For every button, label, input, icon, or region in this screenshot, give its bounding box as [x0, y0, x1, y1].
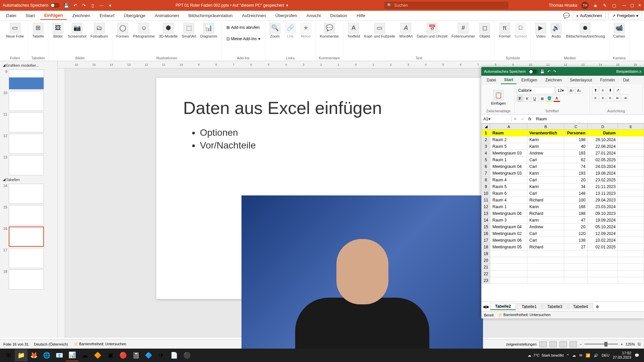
cell[interactable]: 13.11.2023 [588, 190, 618, 197]
wifi-icon[interactable]: 📶 [586, 353, 590, 358]
underline-icon[interactable]: U [531, 95, 538, 102]
tray-icon-1[interactable]: ☁ [572, 353, 576, 358]
excel-save-icon[interactable]: 💾 [540, 69, 545, 74]
cell[interactable] [618, 230, 644, 237]
maximize-icon[interactable]: ▢ [630, 3, 634, 8]
formula-input[interactable]: Raum [533, 117, 644, 121]
header-cell[interactable]: Verantwortlich [527, 130, 564, 136]
save-icon[interactable]: 💾 [64, 3, 69, 8]
cell[interactable]: Richard [527, 210, 564, 217]
cell[interactable]: 188 [564, 210, 588, 217]
tab-entwurf[interactable]: Entwurf [96, 12, 118, 19]
cell[interactable]: 34 [564, 183, 588, 190]
cell[interactable]: Carl [527, 157, 564, 163]
zoom-slider[interactable] [584, 344, 618, 345]
row-header[interactable]: 11 [482, 197, 490, 203]
cell[interactable] [618, 197, 644, 203]
cell[interactable]: 20 [564, 177, 588, 183]
row-header[interactable]: 5 [482, 157, 490, 163]
cell[interactable]: Andrew [527, 150, 564, 157]
cell[interactable]: Karin [527, 136, 564, 143]
row-header[interactable]: 18 [482, 244, 490, 250]
sheet-tab-2[interactable]: Tabelle1 [517, 303, 542, 310]
close-icon[interactable]: ✕ [638, 3, 641, 8]
sheet-nav-prev-icon[interactable]: ◀ [483, 304, 486, 309]
accessibility-status[interactable]: ⚡ Barrierefreiheit: Untersuchen [73, 342, 126, 346]
cell[interactable] [618, 244, 644, 250]
window-icon[interactable]: ▢ [611, 3, 617, 8]
cell[interactable]: Karin [527, 203, 564, 210]
header-cell[interactable]: Raum [490, 130, 527, 136]
slide-thumb-18[interactable] [9, 269, 44, 290]
cell[interactable]: Raum 4 [490, 177, 527, 183]
increase-font-icon[interactable]: A↑ [569, 87, 575, 94]
row-header[interactable]: 9 [482, 183, 490, 190]
formula-button[interactable]: πFormel [497, 22, 512, 39]
cell[interactable]: Raum 5 [490, 183, 527, 190]
align-right-icon[interactable]: ≡ [607, 95, 613, 101]
autosave-toggle[interactable]: Automatisches Speichern [3, 3, 60, 8]
cell[interactable] [618, 170, 644, 177]
chrome-icon[interactable]: 🌐 [40, 349, 53, 361]
cancel-icon[interactable]: ✕ [512, 117, 519, 121]
fx-icon[interactable]: fx [526, 117, 533, 121]
section-header[interactable]: ◢ Grafiken modellier... [1, 62, 56, 68]
excel-tab-start[interactable]: Start [501, 76, 517, 84]
share-button[interactable]: ↗Freigeben▾ [608, 12, 642, 19]
tab-datei[interactable]: Datei [2, 12, 20, 19]
slide-thumb-9[interactable] [9, 69, 44, 89]
excel-autosave-toggle[interactable] [529, 69, 537, 74]
app-icon-4[interactable]: 🔷 [142, 349, 155, 361]
name-box[interactable]: A1 ▾ [481, 117, 512, 121]
tab-einfuegen[interactable]: Einfügen [40, 11, 67, 20]
zoom-button[interactable]: 🔍Zoom [268, 22, 282, 39]
font-name-select[interactable]: Calibri ▾ [517, 87, 555, 94]
tray-up-icon[interactable]: ^ [567, 353, 569, 357]
undo-icon[interactable]: ↶ [72, 3, 78, 8]
row-header[interactable]: 23 [482, 277, 490, 284]
col-header-d[interactable]: D [588, 124, 618, 130]
object-button[interactable]: ◻Objekt [478, 22, 492, 39]
row-header[interactable]: 3 [482, 143, 490, 150]
cell[interactable]: 20 [564, 224, 588, 230]
excel-tab-daten[interactable]: Dat [620, 76, 633, 84]
slide-thumb-12[interactable] [9, 134, 44, 154]
cell[interactable]: Karin [527, 183, 564, 190]
slide-thumb-16[interactable] [9, 227, 44, 247]
font-color-icon[interactable]: A [553, 95, 560, 102]
cell[interactable] [618, 136, 644, 143]
start-icon[interactable]: ⊞ [2, 349, 15, 361]
cell[interactable]: 193 [564, 170, 588, 177]
cell[interactable]: 12.09.2024 [588, 230, 618, 237]
cell[interactable]: Meetingraum 03 [490, 170, 527, 177]
indent-inc-icon[interactable]: ⇥ [622, 95, 628, 101]
row-header[interactable]: 15 [482, 224, 490, 230]
excel-tab-formeln[interactable]: Formeln [597, 76, 618, 84]
display-settings[interactable]: zeigeeinstellungen [506, 342, 537, 346]
col-header-e[interactable]: E [618, 124, 644, 130]
row-header[interactable]: 16 [482, 230, 490, 237]
font-size-select[interactable]: 12 ▾ [556, 87, 568, 94]
cell[interactable]: Raum 4 [490, 197, 527, 203]
cell[interactable]: 22.08.2024 [588, 143, 618, 150]
col-header-c[interactable]: C [564, 124, 588, 130]
cell[interactable]: 148 [564, 190, 588, 197]
video-button[interactable]: ▶Video [534, 22, 548, 39]
cell[interactable]: Richard [527, 244, 564, 250]
slide-thumb-10[interactable] [9, 91, 44, 111]
cell[interactable]: Karin [527, 143, 564, 150]
excel-tab-seitenlayout[interactable]: Seitenlayout [567, 76, 595, 84]
select-all-cell[interactable]: ◢ [482, 124, 490, 130]
tab-ueberpruefen[interactable]: Überprüfen [271, 12, 301, 19]
cell[interactable]: Raum 3 [490, 217, 527, 224]
italic-icon[interactable]: K [524, 95, 531, 102]
cell[interactable]: 02.01.2025 [588, 244, 618, 250]
cell[interactable]: 138 [564, 237, 588, 244]
header-footer-button[interactable]: ▭Kopf- und Fußzeile [363, 22, 396, 39]
tab-start[interactable]: Start [21, 12, 39, 19]
cell[interactable]: 193 [564, 150, 588, 157]
decrease-font-icon[interactable]: A↓ [576, 87, 583, 94]
action-button[interactable]: ★Aktion [299, 22, 313, 39]
search-box[interactable]: 🔍 Suchen [384, 2, 508, 9]
cell[interactable]: Raum 1 [490, 203, 527, 210]
